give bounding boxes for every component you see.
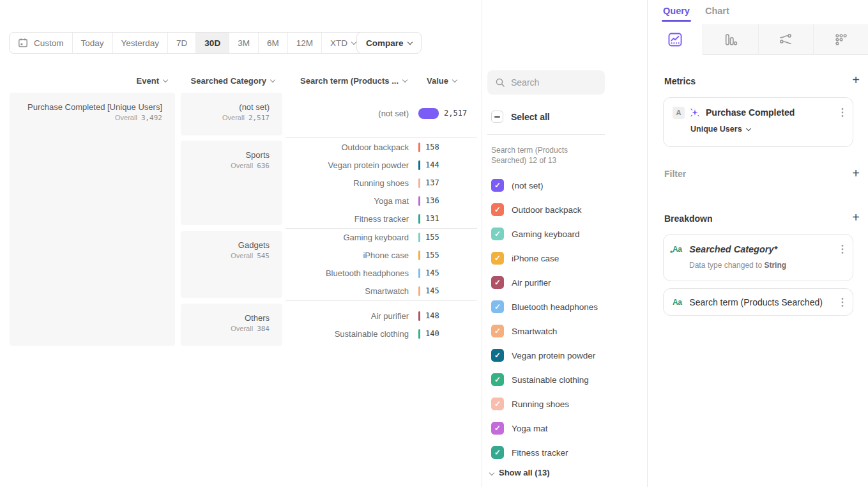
select-all-row[interactable]: Select all <box>491 111 550 123</box>
value-bar <box>418 160 420 170</box>
checkbox[interactable]: ✓ <box>491 276 504 289</box>
legend-item[interactable]: ✓Fitness tracker <box>491 445 568 460</box>
date-range-custom[interactable]: Custom <box>10 33 73 53</box>
checkbox[interactable]: ✓ <box>491 252 504 265</box>
breakdown-heading: Breakdown <box>664 213 712 224</box>
term-row[interactable]: (not set)2,517 <box>286 107 477 120</box>
add-metric-button[interactable]: + <box>849 74 862 87</box>
report-type-strip <box>648 24 868 55</box>
term-row[interactable]: Sustainable clothing140 <box>286 327 477 340</box>
metric-card[interactable]: A Purchase Completed Unique Users <box>663 97 853 147</box>
date-range-30d-selected[interactable]: 30D <box>196 33 229 53</box>
term-label: Yoga mat <box>286 196 409 206</box>
term-row[interactable]: Fitness tracker131 <box>286 212 477 225</box>
checkbox[interactable]: ✓ <box>491 300 504 313</box>
legend-item[interactable]: ✓Vegan protein powder <box>491 348 595 363</box>
legend-item[interactable]: ✓Sustainable clothing <box>491 372 589 387</box>
tab-chart[interactable]: Chart <box>705 6 729 22</box>
event-block[interactable]: Purchase Completed [Unique Users] Overal… <box>10 93 175 346</box>
legend-item[interactable]: ✓Outdoor backpack <box>491 202 582 217</box>
column-header-term[interactable]: Search term (Products ... <box>286 75 407 86</box>
column-header-event[interactable]: Event <box>10 75 167 86</box>
date-range-6m[interactable]: 6M <box>259 33 288 53</box>
legend-item[interactable]: ✓Gaming keyboard <box>491 226 580 242</box>
chevron-down-icon <box>351 39 356 44</box>
term-value: 2,517 <box>444 109 467 118</box>
report-tab-retention[interactable] <box>814 24 868 55</box>
legend-item[interactable]: ✓Air purifier <box>491 275 551 290</box>
retention-icon <box>834 33 848 47</box>
measure-dropdown[interactable]: Unique Users <box>690 125 853 134</box>
select-all-checkbox[interactable] <box>491 111 503 123</box>
panel-tabs: Query Chart <box>663 6 729 22</box>
breakdown-card[interactable]: Aa* Searched Category* Data type changed… <box>663 234 853 281</box>
legend-item[interactable]: ✓(not set) <box>491 178 544 193</box>
checkbox[interactable]: ✓ <box>491 203 504 216</box>
date-range-12m[interactable]: 12M <box>288 33 322 53</box>
term-value: 145 <box>425 286 439 295</box>
term-row[interactable]: Running shoes137 <box>286 176 477 189</box>
breakdown-card[interactable]: Aa Search term (Products Searched) <box>663 288 853 316</box>
checkbox[interactable]: ✓ <box>491 373 504 386</box>
search-input[interactable] <box>511 77 594 88</box>
checkbox[interactable]: ✓ <box>491 398 504 410</box>
term-row[interactable]: Air purifier148 <box>286 309 477 322</box>
term-row[interactable]: Smartwatch145 <box>286 284 477 297</box>
compare-button[interactable]: Compare <box>356 32 422 54</box>
chevron-down-icon <box>402 77 407 82</box>
term-row[interactable]: Bluetooth headphones145 <box>286 267 477 279</box>
checkbox[interactable]: ✓ <box>491 349 504 362</box>
legend-item[interactable]: ✓iPhone case <box>491 251 559 266</box>
breakdown-property-name: Searched Category* <box>689 244 777 254</box>
category-block-gadgets[interactable]: Gadgets Overall545 <box>181 231 282 298</box>
report-tab-flows[interactable] <box>759 24 814 55</box>
group-divider <box>286 300 477 301</box>
category-block-others[interactable]: Others Overall384 <box>181 304 282 346</box>
kebab-menu-icon[interactable] <box>840 106 845 119</box>
term-row[interactable]: Yoga mat136 <box>286 194 477 207</box>
add-breakdown-button[interactable]: + <box>849 212 862 224</box>
chevron-down-icon <box>745 125 750 130</box>
term-row[interactable]: Vegan protein powder144 <box>286 158 477 171</box>
legend-item[interactable]: ✓Running shoes <box>491 396 569 412</box>
term-value: 145 <box>425 268 439 277</box>
term-row[interactable]: Gaming keyboard155 <box>286 231 477 244</box>
kebab-menu-icon[interactable] <box>840 243 845 256</box>
report-tab-funnels[interactable] <box>703 24 759 55</box>
search-box[interactable] <box>487 70 605 95</box>
tab-query[interactable]: Query <box>663 6 690 22</box>
term-label: iPhone case <box>286 251 409 260</box>
add-filter-button[interactable]: + <box>849 167 862 180</box>
legend-item[interactable]: ✓Bluetooth headphones <box>491 299 598 314</box>
date-range-3m[interactable]: 3M <box>229 33 259 53</box>
term-row[interactable]: iPhone case155 <box>286 249 477 261</box>
term-label: Vegan protein powder <box>286 160 409 170</box>
term-label: Air purifier <box>286 311 409 321</box>
checkbox[interactable]: ✓ <box>491 179 504 192</box>
value-bar <box>418 196 420 206</box>
flows-icon <box>779 33 793 47</box>
checkbox[interactable]: ✓ <box>491 325 504 337</box>
string-property-icon: Aa* <box>673 245 681 254</box>
metric-letter-badge: A <box>673 107 685 119</box>
kebab-menu-icon[interactable] <box>840 296 845 309</box>
report-tab-insights[interactable] <box>648 24 703 55</box>
category-block-not-set[interactable]: (not set) Overall2,517 <box>181 93 282 135</box>
term-label: Smartwatch <box>286 286 409 296</box>
date-range-7d[interactable]: 7D <box>168 33 196 53</box>
divider <box>487 134 605 135</box>
checkbox[interactable]: ✓ <box>491 422 504 435</box>
checkbox[interactable]: ✓ <box>491 446 504 459</box>
date-range-yesterday[interactable]: Yesterday <box>113 33 169 53</box>
column-header-value[interactable]: Value <box>427 75 471 86</box>
insights-icon <box>668 33 682 47</box>
category-block-sports[interactable]: Sports Overall636 <box>181 141 282 225</box>
date-range-today[interactable]: Today <box>73 33 113 53</box>
term-value: 148 <box>425 311 439 320</box>
term-row[interactable]: Outdoor backpack158 <box>286 141 477 153</box>
legend-item[interactable]: ✓Yoga mat <box>491 421 548 436</box>
legend-item[interactable]: ✓Smartwatch <box>491 323 557 339</box>
checkbox[interactable]: ✓ <box>491 228 504 240</box>
show-all-link[interactable]: Show all (13) <box>490 468 549 477</box>
column-header-category[interactable]: Searched Category <box>181 75 275 86</box>
